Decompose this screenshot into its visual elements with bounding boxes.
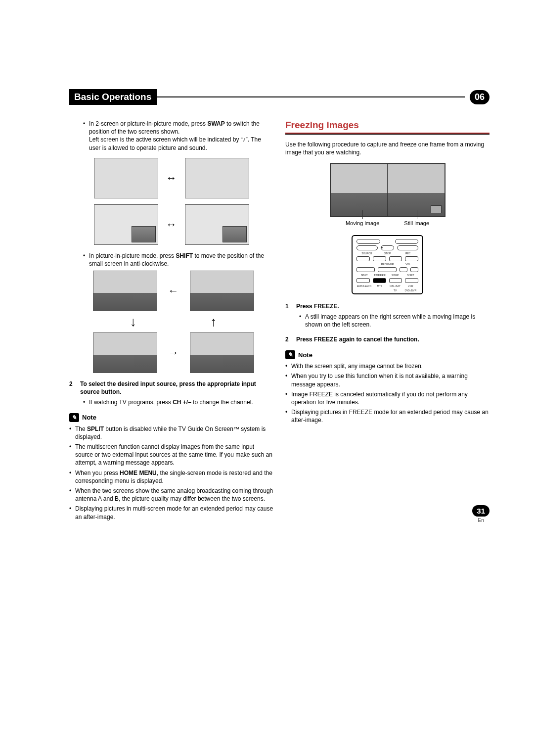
note-label: Note: [82, 414, 96, 421]
text: In picture-in-picture mode, press: [89, 252, 176, 259]
freeze-figure: [285, 163, 490, 217]
left-column: • In 2-screen or picture-in-picture mode…: [69, 120, 273, 523]
chapter-number: 06: [470, 90, 490, 104]
step-2-row: 2 To select the desired input source, pr…: [69, 380, 273, 396]
note-icon: ✎: [69, 413, 79, 422]
note-label: Note: [298, 351, 312, 359]
page-lang: En: [472, 518, 490, 523]
freeze-step-2: 2 Press FREEZE again to cancel the funct…: [285, 335, 490, 343]
label-moving: Moving image: [346, 220, 379, 226]
step-number: 1: [285, 302, 296, 310]
freeze-step-1-sub: • A still image appears on the right scr…: [299, 313, 490, 329]
step-number: 2: [69, 380, 80, 396]
label-still: Still image: [404, 220, 429, 226]
chapter-title: Basic Operations: [69, 89, 157, 105]
shift-instruction: • In picture-in-picture mode, press SHIF…: [83, 252, 273, 268]
text: to change the channel.: [191, 399, 253, 406]
up-arrow-icon: ↑: [210, 314, 217, 330]
shift-figure-grid: ← ↓ ↑ →: [69, 271, 273, 373]
freeze-labels: Moving image Still image: [285, 220, 490, 226]
text: In 2-screen or picture-in-picture mode, …: [89, 120, 207, 127]
left-arrow-icon: ←: [168, 284, 179, 297]
step-text: Press FREEZE again to cancel the functio…: [296, 335, 490, 343]
right-column: Freezing images Use the following proced…: [285, 120, 490, 523]
swap-figure-1: ↔: [69, 158, 273, 198]
page-footer: 31 En: [472, 505, 490, 523]
section-intro: Use the following procedure to capture a…: [285, 141, 490, 156]
section-rule: [285, 133, 490, 135]
text: Left screen is the active screen which w…: [89, 136, 243, 143]
header-rule: [157, 96, 465, 97]
note-list-right: •With the screen split, any image cannot…: [285, 362, 490, 424]
shift-keyword: SHIFT: [176, 252, 193, 259]
down-arrow-icon: ↓: [130, 314, 136, 330]
chapter-header: Basic Operations 06: [69, 89, 490, 105]
step-2-sub: • If watching TV programs, press CH +/– …: [83, 398, 273, 406]
swap-figure-2: ↔: [69, 204, 273, 245]
note-heading: ✎ Note: [69, 413, 273, 422]
section-title: Freezing images: [285, 120, 490, 131]
note-list-left: •The SPLIT button is disabled while the …: [69, 425, 273, 521]
swap-keyword: SWAP: [207, 120, 224, 127]
right-arrow-icon: →: [168, 346, 179, 359]
freeze-step-1: 1 Press FREEZE.: [285, 302, 490, 310]
note-heading: ✎ Note: [285, 350, 490, 359]
swap-arrow-icon: ↔: [166, 218, 177, 231]
step-number: 2: [285, 335, 296, 343]
swap-instruction: • In 2-screen or picture-in-picture mode…: [83, 120, 273, 152]
remote-figure: ▶ SOURCESTOPREC RECEIVERVOL SPLITFREEZES…: [285, 235, 490, 294]
text: If watching TV programs, press: [89, 399, 173, 406]
ch-keyword: CH +/–: [173, 399, 191, 406]
step-text: Press FREEZE.: [296, 302, 490, 310]
page-number: 31: [472, 505, 490, 517]
step-text: To select the desired input source, pres…: [80, 380, 273, 396]
note-icon: ✎: [285, 350, 295, 359]
swap-arrow-icon: ↔: [166, 172, 177, 185]
